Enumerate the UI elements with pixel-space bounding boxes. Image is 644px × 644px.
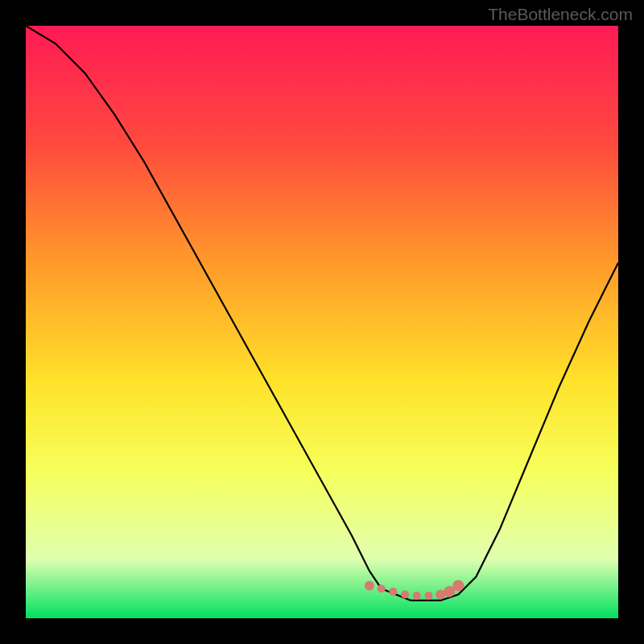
highlight-point <box>401 591 409 599</box>
highlight-point <box>365 581 374 591</box>
highlight-point <box>378 584 386 592</box>
chart-plot-area <box>26 26 618 618</box>
attribution-text: TheBottleneck.com <box>488 5 633 24</box>
highlight-point <box>389 588 397 596</box>
highlight-point <box>452 580 464 592</box>
highlight-point <box>413 592 421 600</box>
chart-svg <box>26 26 618 618</box>
highlight-point <box>424 592 432 600</box>
